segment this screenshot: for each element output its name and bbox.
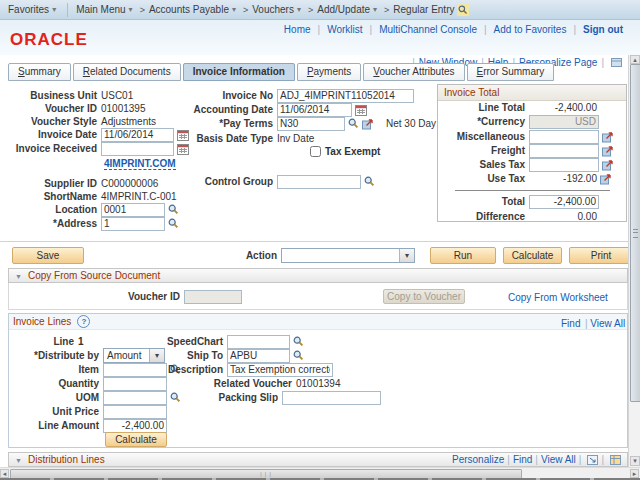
invoice-total-divider [455, 190, 610, 191]
breadcrumb-separator: > [308, 5, 313, 15]
invoice-received-label: Invoice Received [0, 143, 97, 154]
business-unit-value: USC01 [101, 90, 133, 101]
breadcrumb-accounts-payable[interactable]: Accounts Payable [149, 4, 239, 15]
use-tax-label: Use Tax [437, 173, 525, 184]
supplier-name-link[interactable]: 4IMPRINT.COM [104, 158, 176, 170]
copy-from-worksheet-link[interactable]: Copy From Worksheet [508, 292, 608, 303]
exchange-rate-icon[interactable] [602, 131, 614, 143]
invoice-no-input[interactable] [277, 89, 414, 103]
accounting-date-input[interactable] [277, 103, 352, 117]
scroll-down-arrow[interactable]: ▾ [630, 456, 640, 466]
action-select[interactable] [281, 248, 415, 263]
help-icon[interactable] [77, 315, 90, 328]
sign-out-link[interactable]: Sign out [583, 24, 623, 35]
sales-tax-input[interactable] [529, 158, 599, 172]
invoice-lines-view-all-link[interactable]: View All [590, 318, 625, 329]
worklist-link[interactable]: Worklist [327, 24, 362, 35]
tab-invoice-information[interactable]: Invoice Information [183, 63, 295, 81]
run-button[interactable]: Run [430, 247, 496, 264]
speedchart-input[interactable] [227, 335, 290, 349]
save-button[interactable]: Save [12, 247, 84, 264]
scroll-right-arrow[interactable]: ▸ [630, 469, 639, 478]
calculate-button[interactable]: Calculate [503, 247, 562, 264]
collapse-triangle-icon[interactable] [15, 454, 22, 465]
grid-icon[interactable] [610, 455, 621, 465]
line-calculate-button[interactable]: Calculate [105, 432, 167, 447]
vertical-scrollbar-thumb[interactable] [630, 64, 640, 402]
chevron-down-icon [399, 249, 414, 262]
quantity-row: Quantity [0, 376, 167, 391]
location-label: Location [0, 204, 97, 215]
lookup-icon[interactable] [293, 350, 304, 361]
difference-row: Difference 0.00 [437, 209, 597, 224]
copy-source-section-header[interactable]: Copy From Source Document [8, 268, 628, 283]
action-row: Action [200, 248, 415, 263]
lookup-icon[interactable] [168, 218, 179, 229]
tab-voucher-attributes[interactable]: Voucher Attributes [363, 63, 464, 81]
breadcrumb-main-menu[interactable]: Main Menu [76, 4, 135, 15]
lookup-icon[interactable] [348, 118, 359, 129]
control-group-input[interactable] [277, 175, 361, 189]
breadcrumb-vouchers[interactable]: Vouchers [252, 4, 304, 15]
print-button[interactable]: Print [569, 247, 633, 264]
supplier-id-label: Supplier ID [0, 178, 97, 189]
invoice-lines-find-link[interactable]: Find [561, 318, 580, 329]
pay-terms-input[interactable] [277, 117, 345, 131]
invoice-lines-links: Find | View All [561, 313, 625, 331]
exchange-rate-icon[interactable] [602, 145, 614, 157]
breadcrumb-search-icon[interactable] [457, 4, 469, 16]
line-number-value: 1 [78, 336, 84, 347]
uom-input[interactable] [103, 391, 167, 405]
location-input[interactable] [101, 203, 165, 217]
exchange-rate-icon[interactable] [600, 173, 612, 185]
packing-slip-input[interactable] [282, 391, 381, 405]
lookup-icon[interactable] [168, 204, 179, 215]
distribution-personalize-link[interactable]: Personalize [452, 454, 504, 465]
tab-payments[interactable]: Payments [297, 63, 361, 81]
nav-separator: | [573, 24, 576, 35]
tab-related-documents[interactable]: Related Documents [73, 63, 181, 81]
address-input[interactable] [101, 217, 165, 231]
copy-voucher-id-input [184, 290, 242, 304]
uom-label: UOM [0, 392, 99, 403]
lookup-icon[interactable] [364, 176, 375, 187]
distribution-view-all-link[interactable]: View All [541, 454, 576, 465]
collapse-triangle-icon[interactable] [15, 270, 22, 281]
distribution-find-link[interactable]: Find [513, 454, 532, 465]
total-input[interactable] [529, 195, 599, 209]
freight-input[interactable] [529, 144, 599, 158]
scroll-left-arrow[interactable]: ◂ [0, 469, 9, 478]
distribution-lines-section-header[interactable]: Distribution Lines Personalize | Find | … [8, 452, 628, 467]
home-link[interactable]: Home [284, 24, 311, 35]
sales-tax-row: Sales Tax [437, 157, 614, 172]
tab-summary[interactable]: Summary [8, 63, 71, 81]
copy-voucher-id-label: Voucher ID [60, 291, 180, 302]
download-grid-icon[interactable] [587, 455, 598, 465]
basis-date-type-value: Inv Date [277, 133, 314, 144]
use-tax-value: -192.00 [529, 173, 597, 184]
multichannel-console-link[interactable]: MultiChannel Console [379, 24, 477, 35]
description-input[interactable] [227, 363, 333, 377]
page-tabs: Summary Related Documents Invoice Inform… [8, 63, 554, 81]
line-amount-input[interactable] [103, 419, 167, 433]
tab-error-summary[interactable]: Error Summary [467, 63, 555, 81]
voucher-id-label: Voucher ID [0, 103, 97, 114]
unit-price-input[interactable] [103, 405, 167, 419]
breadcrumb-favorites[interactable]: Favorites [8, 4, 59, 15]
exchange-rate-icon[interactable] [602, 159, 614, 171]
add-to-favorites-link[interactable]: Add to Favorites [494, 24, 567, 35]
quantity-input[interactable] [103, 377, 167, 391]
ship-to-input[interactable] [227, 349, 290, 363]
calendar-icon[interactable] [355, 104, 367, 116]
http-icon[interactable] [611, 58, 622, 67]
related-voucher-value: 01001394 [296, 378, 341, 389]
item-label: Item [0, 364, 99, 375]
miscellaneous-input[interactable] [529, 130, 599, 144]
breadcrumb-add-update[interactable]: Add/Update [317, 4, 380, 15]
vertical-scrollbar[interactable]: ▴ ▾ [628, 55, 640, 467]
breadcrumb: Favorites Main Menu > Accounts Payable >… [0, 0, 640, 20]
exchange-rate-icon[interactable] [362, 118, 374, 130]
lookup-icon[interactable] [293, 336, 304, 347]
scroll-up-arrow[interactable]: ▴ [630, 55, 640, 64]
tax-exempt-checkbox[interactable] [310, 146, 321, 157]
